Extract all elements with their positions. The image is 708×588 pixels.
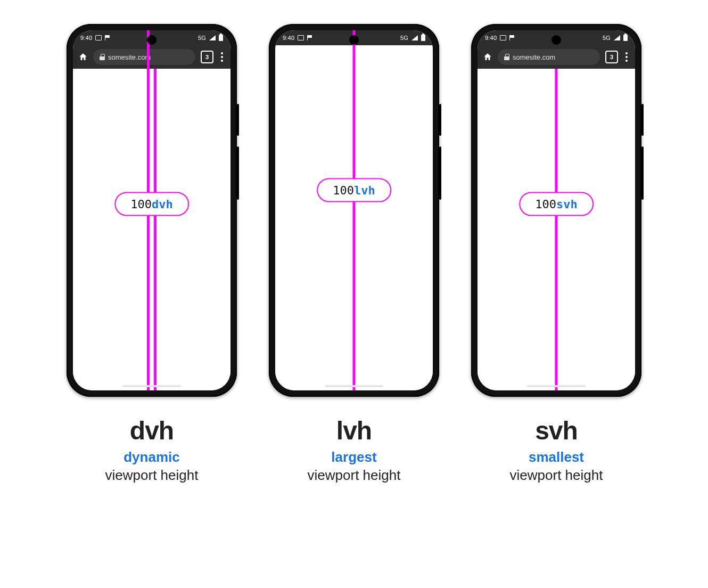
caption: lvh largest viewport height	[308, 416, 401, 485]
phone-frame: 9:40 5G somesi	[471, 24, 641, 397]
caption: dvh dynamic viewport height	[105, 416, 199, 485]
unit-name: dvh	[152, 197, 173, 210]
card-icon	[298, 35, 304, 40]
phone-screen: 9:40 5G somesi	[478, 30, 635, 390]
caption: svh smallest viewport height	[510, 416, 603, 485]
side-button	[237, 104, 239, 136]
unit-value: 100	[535, 197, 556, 210]
network-label: 5G	[198, 35, 206, 41]
home-icon[interactable]	[78, 52, 88, 62]
battery-icon	[623, 35, 628, 41]
diagram-canvas: 9:40 5G somesi	[0, 0, 708, 588]
flag-icon	[307, 35, 312, 40]
unit-pill: 100svh	[519, 192, 594, 216]
gesture-bar	[122, 385, 181, 387]
home-icon[interactable]	[483, 52, 492, 62]
side-button	[641, 146, 644, 200]
side-button	[237, 146, 239, 200]
unit-description-rest: viewport height	[510, 467, 603, 483]
network-label: 5G	[400, 35, 408, 41]
browser-toolbar: somesite.com 3	[73, 45, 230, 69]
side-button	[439, 146, 441, 200]
viewport-area: 100svh	[478, 69, 635, 390]
overflow-menu-icon[interactable]	[219, 52, 225, 62]
unit-column-lvh: 9:40 5G 100lvh	[269, 24, 439, 485]
status-bar: 9:40 5G	[478, 30, 635, 45]
unit-pill: 100dvh	[114, 192, 189, 216]
battery-icon	[421, 35, 425, 41]
url-text: somesite.com	[513, 53, 555, 61]
signal-icon	[614, 35, 620, 40]
viewport-area: 100lvh	[275, 45, 433, 390]
unit-heading: dvh	[105, 416, 199, 445]
phone-frame: 9:40 5G 100lvh	[269, 24, 439, 397]
url-text: somesite.com	[108, 53, 151, 61]
unit-pill: 100lvh	[317, 178, 391, 202]
unit-description-keyword: largest	[331, 449, 376, 465]
unit-column-dvh: 9:40 5G somesi	[67, 24, 237, 485]
viewport-area: 100dvh	[73, 69, 230, 390]
phone-screen: 9:40 5G somesi	[73, 30, 230, 390]
tab-count-button[interactable]: 3	[201, 51, 213, 63]
flag-icon	[509, 35, 514, 40]
phone-frame: 9:40 5G somesi	[67, 24, 237, 397]
unit-heading: svh	[510, 416, 603, 445]
phone-screen: 9:40 5G 100lvh	[275, 30, 433, 390]
unit-value: 100	[333, 184, 354, 197]
unit-description-rest: viewport height	[308, 467, 401, 483]
card-icon	[95, 35, 102, 40]
flag-icon	[105, 35, 110, 40]
browser-toolbar: somesite.com 3	[478, 45, 635, 69]
side-button	[439, 104, 441, 136]
height-indicator-line	[353, 30, 356, 390]
status-time: 9:40	[80, 35, 92, 41]
signal-icon	[209, 35, 216, 40]
overflow-menu-icon[interactable]	[623, 52, 630, 62]
status-bar: 9:40 5G	[73, 30, 230, 45]
unit-heading: lvh	[308, 416, 401, 445]
unit-description-keyword: dynamic	[124, 449, 180, 465]
url-bar[interactable]: somesite.com	[498, 49, 600, 65]
unit-column-svh: 9:40 5G somesi	[471, 24, 641, 485]
lock-icon	[504, 54, 509, 60]
side-button	[641, 104, 644, 136]
height-indicator-line	[555, 69, 558, 390]
gesture-bar	[527, 385, 586, 387]
network-label: 5G	[603, 35, 611, 41]
card-icon	[500, 35, 506, 40]
status-time: 9:40	[485, 35, 497, 41]
unit-name: svh	[556, 197, 578, 210]
status-time: 9:40	[283, 35, 294, 41]
lock-icon	[100, 54, 105, 60]
unit-value: 100	[130, 197, 152, 210]
unit-name: lvh	[354, 184, 375, 197]
gesture-bar	[325, 385, 383, 387]
battery-icon	[219, 35, 223, 41]
signal-icon	[411, 35, 418, 40]
unit-description-rest: viewport height	[105, 467, 199, 483]
height-indicator-lines	[147, 69, 157, 390]
unit-description-keyword: smallest	[529, 449, 584, 465]
tab-count-button[interactable]: 3	[605, 51, 618, 63]
url-bar[interactable]: somesite.com	[93, 49, 195, 65]
